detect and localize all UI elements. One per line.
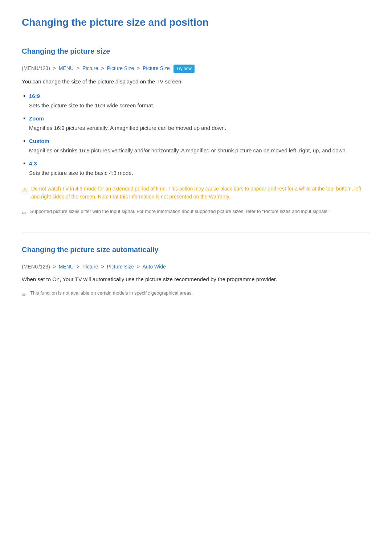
option-term-4-3: 4:3 [29,159,370,168]
try-now-badge[interactable]: Try now [173,65,195,73]
option-term-16-9: 16:9 [29,92,370,100]
pencil-icon-2: ✏ [22,290,26,300]
breadcrumb-picture: Picture [82,65,98,71]
breadcrumb-arrow1: > [53,65,56,71]
list-item-16-9: 16:9 Sets the picture size to the 16:9 w… [22,92,370,110]
option-desc-custom: Magnifies or shrinks 16:9 pictures verti… [29,147,347,153]
page-title: Changing the picture size and position [22,15,370,34]
warning-text: Do not watch TV in 4:3 mode for an exten… [31,185,370,201]
breadcrumb-section2: (MENU/123) > MENU > Picture > Picture Si… [22,263,370,271]
breadcrumb2-auto-wide: Auto Wide [142,264,166,270]
list-item-4-3: 4:3 Sets the picture size to the basic 4… [22,159,370,177]
note-box-section1: ✏ Supported picture sizes differ with th… [22,208,370,218]
breadcrumb-picture-size2: Picture Size [143,65,170,71]
section2-heading: Changing the picture size automatically [22,244,370,258]
section-changing-picture-size: Changing the picture size (MENU/123) > M… [22,45,370,218]
section-divider [22,233,370,233]
warning-icon: ⚠ [22,185,28,196]
list-item-zoom: Zoom Magnifies 16:9 pictures vertically.… [22,114,370,132]
breadcrumb-picture-size1: Picture Size [107,65,134,71]
breadcrumb-arrow4: > [137,65,140,71]
options-list: 16:9 Sets the picture size to the 16:9 w… [22,92,370,177]
section2-intro: When set to On, Your TV will automatical… [22,275,370,284]
section1-intro: You can change the size of the picture d… [22,77,370,86]
breadcrumb2-arrow3: > [101,264,104,270]
breadcrumb2-menu: MENU [59,264,74,270]
note-box-section2: ✏ This function is not available on cert… [22,290,370,300]
section-changing-picture-size-auto: Changing the picture size automatically … [22,244,370,300]
option-desc-4-3: Sets the picture size to the basic 4:3 m… [29,170,133,176]
list-item-custom: Custom Magnifies or shrinks 16:9 picture… [22,137,370,155]
option-term-zoom: Zoom [29,114,370,123]
breadcrumb2-menu123: (MENU/123) [22,264,50,270]
note-text-section2: This function is not available on certai… [30,290,193,297]
breadcrumb2-picture: Picture [82,264,98,270]
breadcrumb-menu: MENU [59,65,74,71]
breadcrumb-menu123: (MENU/123) [22,65,50,71]
warning-box: ⚠ Do not watch TV in 4:3 mode for an ext… [22,185,370,201]
breadcrumb-arrow3: > [101,65,104,71]
breadcrumb2-picture-size: Picture Size [107,264,134,270]
breadcrumb2-arrow2: > [77,264,79,270]
option-desc-zoom: Magnifies 16:9 pictures vertically. A ma… [29,125,226,131]
option-desc-16-9: Sets the picture size to the 16:9 wide s… [29,102,154,108]
breadcrumb2-arrow1: > [53,264,56,270]
note-text-section1: Supported picture sizes differ with the … [30,208,330,216]
breadcrumb2-arrow4: > [137,264,140,270]
section1-heading: Changing the picture size [22,45,370,59]
pencil-icon: ✏ [22,209,26,218]
breadcrumb-arrow2: > [77,65,79,71]
breadcrumb-section1: (MENU/123) > MENU > Picture > Picture Si… [22,64,370,73]
option-term-custom: Custom [29,137,370,145]
